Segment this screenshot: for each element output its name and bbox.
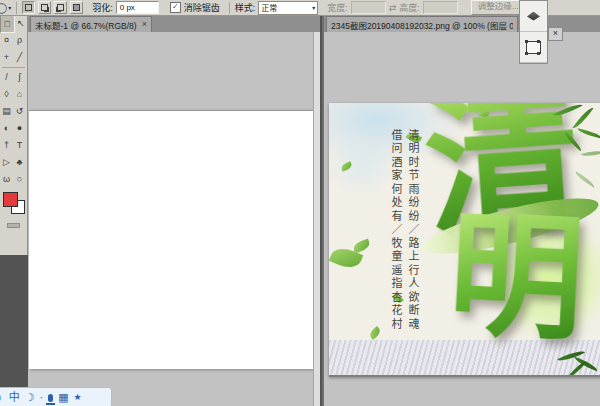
rotate-view-icon	[527, 12, 540, 21]
ime-punctuation-icon[interactable]: ·	[40, 389, 44, 406]
gradient-tool-icon[interactable]: ▤	[0, 103, 13, 119]
title-char-ming: 明	[446, 206, 588, 348]
color-swatches	[0, 190, 27, 220]
dodge-tool-icon[interactable]: ◐	[0, 120, 13, 136]
move-tool-icon[interactable]: ↖	[15, 15, 28, 31]
floating-panel-dock	[519, 0, 548, 64]
height-input	[423, 1, 458, 14]
height-label: 高度:	[399, 1, 420, 14]
pasteboard-left	[28, 32, 320, 406]
ime-mic-icon[interactable]	[48, 394, 53, 402]
divider	[2, 67, 25, 68]
hand-tool-icon[interactable]: ω	[0, 171, 13, 187]
foreground-color-swatch[interactable]	[3, 192, 18, 207]
document-window-png: 2345截图20190408192032.png @ 100% (图层 0, 清…	[322, 15, 600, 406]
ime-mode-icon[interactable]: 中	[9, 389, 20, 406]
ime-settings-icon[interactable]: ★	[74, 389, 82, 406]
tools-palette: □ ↖ ¤ ρ + ╱ / ʃ ◊ ⌂ ▤ ↺ ◐ ● † T ▷ ♣ ω ○	[0, 15, 28, 255]
qingming-poster-image[interactable]: 清明时节雨纷纷／路上行人欲断魂 借问酒家何处有／牧童遥指杏花村 清 明	[329, 103, 600, 377]
blank-canvas[interactable]	[29, 110, 314, 369]
close-document-button[interactable]: ×	[548, 27, 563, 41]
lasso-tool-icon[interactable]: ρ	[13, 32, 26, 48]
ime-toolbar: ◐ 中 ☽ · ▦ ★	[0, 387, 112, 406]
ime-keyboard-icon[interactable]: ▦	[58, 389, 68, 406]
poem-calligraphy: 清明时节雨纷纷／路上行人欲断魂 借问酒家何处有／牧童遥指杏花村	[387, 129, 421, 361]
pasteboard-right: 清明时节雨纷纷／路上行人欲断魂 借问酒家何处有／牧童遥指杏花村 清 明	[324, 32, 600, 406]
selection-mode-subtract-button[interactable]	[54, 1, 67, 14]
tab-png-document[interactable]: 2345截图20190408192032.png @ 100% (图层 0,	[326, 16, 518, 32]
leaf	[368, 326, 382, 340]
pen-tool-icon[interactable]: †	[0, 137, 13, 153]
pencil-tool-icon[interactable]: /	[0, 69, 13, 85]
vertical-scrollbar[interactable]	[313, 32, 320, 406]
tool-preset-picker[interactable]: ◯ ▾	[0, 2, 11, 13]
tool-options-bar: ◯ ▾ 羽化: 0 px ✓ 消除锯齿 样式: 正常 ▾ 宽度: ⇄ 高度: 调…	[0, 0, 600, 16]
tab-untitled-document[interactable]: 未标题-1 @ 66.7%(RGB/8) ×	[30, 16, 152, 32]
antialias-checkbox[interactable]: ✓	[170, 2, 181, 13]
bamboo-leaf	[581, 148, 600, 159]
swap-dimensions-icon: ⇄	[389, 3, 397, 13]
clone-stamp-tool-icon[interactable]: ⌂	[13, 86, 26, 102]
subtract-selection-icon	[57, 4, 64, 11]
crop-tool-icon[interactable]: ¤	[0, 32, 13, 48]
intersect-selection-icon	[73, 4, 80, 11]
width-label: 宽度:	[327, 1, 348, 14]
style-value: 正常	[261, 2, 277, 13]
ime-logo-icon[interactable]: ◐	[0, 389, 4, 406]
antialias-label: 消除锯齿	[184, 1, 220, 14]
poem-column-right: 清明时节雨纷纷／路上行人欲断魂	[404, 129, 421, 361]
rotate-view-button[interactable]	[520, 1, 547, 32]
free-transform-button[interactable]	[520, 32, 547, 63]
zoom-tool-icon[interactable]: ○	[13, 171, 26, 187]
tab-bar-left: 未标题-1 @ 66.7%(RGB/8) ×	[28, 15, 320, 33]
divider	[16, 2, 17, 14]
selection-mode-intersect-button[interactable]	[70, 1, 83, 14]
document-window-untitled: 未标题-1 @ 66.7%(RGB/8) ×	[28, 15, 320, 406]
path-selection-tool-icon[interactable]: ▷	[0, 154, 13, 170]
eraser-tool-icon[interactable]: ◊	[0, 86, 13, 102]
rectangular-marquee-tool-icon[interactable]: □	[0, 15, 15, 33]
poem-column-left: 借问酒家何处有／牧童遥指杏花村	[387, 129, 404, 361]
bamboo-leaf	[577, 128, 600, 138]
close-icon: ×	[553, 28, 558, 38]
ellipse-marquee-preset-icon: ◯	[0, 2, 7, 13]
tab-title: 2345截图20190408192032.png @ 100% (图层 0,	[331, 19, 513, 31]
chevron-down-icon: ▾	[312, 4, 315, 11]
type-tool-icon[interactable]: T	[13, 137, 26, 153]
custom-shape-tool-icon[interactable]: ♣	[13, 154, 26, 170]
tab-title: 未标题-1 @ 66.7%(RGB/8)	[35, 19, 137, 31]
leaf	[352, 239, 371, 254]
chevron-down-icon: ▾	[8, 4, 11, 11]
ime-halfmoon-icon[interactable]: ☽	[25, 389, 35, 406]
healing-brush-tool-icon[interactable]: +	[0, 49, 13, 65]
selection-mode-add-button[interactable]	[38, 1, 51, 14]
quick-mask-button[interactable]	[7, 223, 20, 228]
feather-label: 羽化:	[92, 1, 113, 14]
transform-icon	[526, 41, 541, 54]
style-select[interactable]: 正常 ▾	[258, 1, 318, 15]
width-input	[351, 1, 386, 14]
divider	[229, 2, 230, 14]
refine-edge-button: 调整边缘...	[471, 0, 526, 15]
close-icon[interactable]: ×	[142, 20, 147, 29]
add-selection-icon	[41, 4, 48, 11]
brush-tool-icon[interactable]: ʃ	[13, 69, 26, 85]
feather-input[interactable]: 0 px	[116, 1, 159, 14]
history-brush-tool-icon[interactable]: ↺	[13, 103, 26, 119]
eyedropper-tool-icon[interactable]: ╱	[13, 49, 26, 65]
style-label: 样式:	[235, 1, 256, 14]
selection-mode-new-button[interactable]	[22, 1, 35, 14]
new-selection-icon	[25, 4, 32, 11]
blur-tool-icon[interactable]: ●	[13, 120, 26, 136]
